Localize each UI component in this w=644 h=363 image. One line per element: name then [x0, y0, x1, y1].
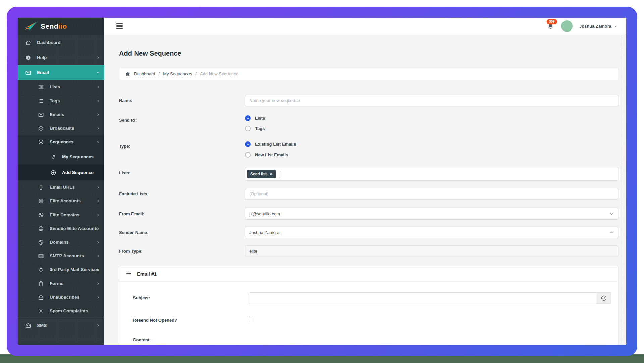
lists-label: Lists: — [119, 167, 245, 181]
user-menu[interactable]: Joshua Zamora — [579, 24, 618, 29]
sidebar-item-lists[interactable]: Lists — [18, 80, 104, 94]
main-panel: 309 Joshua Zamora Add New Sequence — [104, 18, 626, 345]
notification-badge: 309 — [547, 19, 557, 24]
type-new-option[interactable]: New List Emails — [255, 152, 288, 157]
sidebar-item-sequences[interactable]: Sequences — [18, 135, 104, 149]
sidebar-item-elite-accounts[interactable]: Elite Accounts — [18, 194, 104, 208]
chevron-right-icon — [96, 199, 100, 203]
envelope-open-icon — [38, 294, 44, 300]
plus-circle-icon — [50, 170, 56, 176]
sequence-form: Name: Send to: Lists — [119, 95, 618, 345]
smiley-icon — [601, 295, 607, 301]
home-icon — [25, 40, 31, 46]
sidebar-item-label: SMTP Accounts — [50, 253, 84, 258]
name-input[interactable] — [245, 95, 618, 106]
globe-icon — [38, 212, 44, 218]
type-new-radio[interactable] — [245, 152, 251, 158]
sidebar-item-label: Broadcasts — [50, 126, 74, 131]
globe-icon — [38, 239, 44, 245]
resend-not-opened-label: Resend Not Opened? — [133, 315, 249, 323]
sidebar-item-email[interactable]: Email — [18, 65, 104, 80]
sidebar-item-emails[interactable]: Emails — [18, 108, 104, 121]
send-to-label: Send to: — [119, 114, 245, 135]
chevron-right-icon — [96, 254, 100, 258]
sidebar-item-help[interactable]: ?Help — [18, 50, 104, 65]
send-to-tags-radio[interactable] — [245, 126, 251, 131]
page-title: Add New Sequence — [119, 50, 618, 57]
sidebar-item-label: Email URLs — [50, 185, 75, 190]
sidebar-item-email-urls[interactable]: Email URLs — [18, 180, 104, 194]
from-email-value: jz@sendiio.com — [249, 211, 280, 216]
chevron-right-icon — [96, 99, 100, 103]
sidebar-item-elite-domains[interactable]: Elite Domains — [18, 208, 104, 222]
user-name-label: Joshua Zamora — [579, 24, 611, 29]
send-to-tags-option[interactable]: Tags — [255, 126, 265, 131]
lists-tag-input[interactable]: Seed list ✕ — [245, 167, 618, 181]
sidebar-item-label: SMS — [37, 323, 47, 328]
sidebar-nav: Dashboard?HelpEmailListsTagsEmailsBroadc… — [18, 35, 104, 333]
breadcrumb: Dashboard / My Sequences / Add New Seque… — [119, 67, 618, 80]
from-email-select[interactable]: jz@sendiio.com — [245, 208, 618, 220]
chevron-right-icon — [96, 267, 100, 272]
breadcrumb-my-sequences[interactable]: My Sequences — [163, 71, 192, 76]
subject-input[interactable] — [249, 292, 597, 304]
gradient-frame: Sendiio Dashboard?HelpEmailListsTagsEmai… — [7, 7, 637, 356]
sidebar-item-label: Lists — [50, 84, 60, 89]
sender-name-label: Sender Name: — [119, 227, 245, 238]
list-chip-label: Seed list — [250, 172, 267, 176]
sidebar-item-domains[interactable]: Domains — [18, 235, 104, 249]
scrollbar[interactable] — [622, 35, 625, 345]
page-content: Add New Sequence Dashboard / My Sequence… — [104, 35, 626, 345]
sidebar-item-sms[interactable]: SMS — [18, 318, 104, 333]
breadcrumb-dashboard[interactable]: Dashboard — [134, 71, 155, 76]
sender-name-select[interactable]: Joshua Zamora — [245, 227, 618, 238]
logo-text: Sendiio — [41, 22, 67, 31]
mouse-icon — [38, 184, 44, 190]
chevron-right-icon — [96, 85, 100, 89]
send-to-lists-option[interactable]: Lists — [255, 116, 265, 121]
chevron-down-icon — [609, 230, 614, 235]
sidebar-item-forms[interactable]: Forms — [18, 277, 104, 290]
sidebar-item-add-sequence[interactable]: Add Sequence — [18, 165, 104, 180]
sidebar-item-spam-complaints[interactable]: Spam Complaints — [18, 304, 104, 318]
globe-grid-icon — [38, 226, 44, 232]
sidebar-item-broadcasts[interactable]: Broadcasts — [18, 121, 104, 135]
sidebar-item-label: Email — [37, 70, 49, 75]
sidebar-item-label: 3rd Party Mail Services — [50, 267, 99, 272]
exclude-lists-label: Exclude Lists: — [119, 188, 245, 200]
chevron-down-icon — [609, 211, 614, 216]
name-label: Name: — [119, 95, 245, 106]
sidebar-item-smtp-accounts[interactable]: SMTP Accounts — [18, 249, 104, 263]
hexgrid-icon — [38, 139, 44, 145]
hamburger-menu-icon[interactable] — [116, 23, 123, 29]
resend-not-opened-checkbox[interactable] — [249, 317, 254, 322]
chevron-right-icon — [96, 226, 100, 231]
type-existing-option[interactable]: Existing List Emails — [255, 142, 296, 147]
sidebar-item-sendiio-elite-accounts[interactable]: Sendiio Elite Accounts — [18, 222, 104, 235]
sidebar-item-label: Add Sequence — [62, 170, 94, 175]
chevron-right-icon — [96, 112, 100, 117]
chevron-right-icon — [96, 323, 100, 328]
sidebar: Sendiio Dashboard?HelpEmailListsTagsEmai… — [18, 18, 104, 345]
envelope-icon — [25, 70, 31, 76]
chevron-right-icon — [96, 240, 100, 244]
globe-grid-icon — [38, 198, 44, 204]
exclude-lists-input[interactable] — [245, 188, 618, 200]
sidebar-item-my-sequences[interactable]: My Sequences — [18, 149, 104, 165]
type-existing-radio[interactable] — [245, 141, 251, 147]
logo[interactable]: Sendiio — [18, 18, 104, 35]
home-icon[interactable] — [125, 71, 130, 76]
sidebar-item-tags[interactable]: Tags — [18, 94, 104, 108]
sidebar-item-3rd-party-mail-services[interactable]: 3rd Party Mail Services — [18, 263, 104, 277]
chip-remove-icon[interactable]: ✕ — [269, 172, 273, 176]
send-to-lists-radio[interactable] — [245, 115, 251, 121]
list-chip: Seed list ✕ — [247, 170, 276, 178]
sidebar-item-dashboard[interactable]: Dashboard — [18, 35, 104, 50]
avatar[interactable] — [561, 20, 573, 32]
collapse-minus-icon[interactable] — [126, 273, 131, 274]
sidebar-item-label: Tags — [50, 98, 60, 103]
emoji-picker-button[interactable] — [597, 292, 611, 304]
notifications-button[interactable]: 309 — [547, 22, 554, 30]
sidebar-item-unsubscribes[interactable]: Unsubscribes — [18, 290, 104, 304]
svg-text:?: ? — [27, 56, 29, 59]
